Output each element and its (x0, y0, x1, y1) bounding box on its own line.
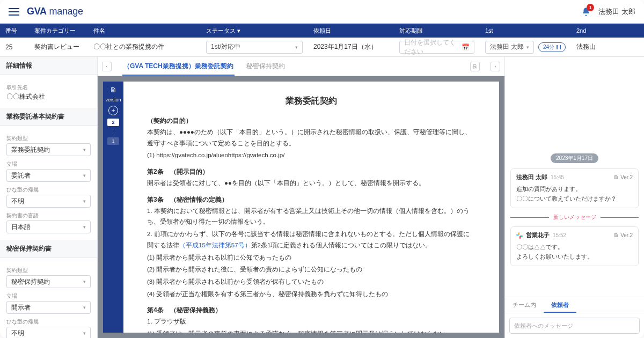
current-user[interactable]: 法務田 太郎 (598, 7, 635, 17)
contract-type-select-1[interactable]: 業務委託契約▾ (6, 143, 91, 156)
msg-version: 🗎Ver.2 (613, 232, 633, 238)
tab-next-icon[interactable]: › (491, 62, 500, 71)
chat-input[interactable]: 依頼者へのメッセージ (509, 318, 640, 334)
doc-para: 2. 前項にかかわらず、以下の各号に該当する情報は秘密情報に含まれないものとする… (147, 229, 475, 251)
detail-title: 詳細情報 (0, 57, 97, 75)
position-select-1[interactable]: 委託者▾ (6, 169, 91, 182)
doc-para: (2) 開示者から開示された後に、受領者の責めによらずに公知になったもの (147, 264, 475, 275)
notif-badge: 1 (587, 4, 594, 11)
col-due: 対応期限 (394, 27, 480, 35)
svg-rect-3 (519, 236, 521, 239)
contract-type-select-2[interactable]: 秘密保持契約▾ (6, 275, 91, 288)
chat-tabs: チーム内 依頼者 (505, 297, 644, 313)
version-2[interactable]: 2 (107, 119, 119, 126)
col-request: 依頼日 (308, 27, 394, 35)
download-icon[interactable]: ⎘ (470, 62, 480, 71)
template-select-1[interactable]: 不明▾ (6, 195, 91, 208)
doc-title: 業務委託契約 (147, 95, 475, 107)
document-icon: 🗎 (110, 86, 117, 94)
chat-tab-team[interactable]: チーム内 (505, 297, 544, 313)
document-tabs: ‹ （GVA TECH業務提携）業務委託契約 秘密保持契約 ⎘ › (98, 57, 504, 76)
svg-rect-2 (518, 232, 519, 235)
field-template-label: ひな型の帰属 (6, 186, 91, 194)
field-lang-label: 契約書の言語 (6, 212, 91, 219)
section1-title: 業務委託基本契約書 (0, 108, 97, 126)
tab-doc-2[interactable]: 秘密保持契約 (245, 62, 286, 71)
template-select-2[interactable]: 不明▾ (6, 327, 91, 338)
doc-para: 1. ブラウザ版 (147, 316, 475, 327)
field-template-label-2: ひな型の帰属 (6, 318, 91, 326)
doc-heading: （契約の目的） (147, 116, 475, 126)
col-category: 案件カテゴリー (29, 27, 88, 35)
msg-body: 追加の質問があります。 〇〇について教えていただけますか？ (516, 185, 633, 203)
cell-name: 〇〇社との業務提携の件 (88, 42, 201, 52)
tab-prev-icon[interactable]: ‹ (102, 62, 112, 71)
add-version-button[interactable]: + (108, 106, 118, 115)
center-pane: ‹ （GVA TECH業務提携）業務委託契約 秘密保持契約 ⎘ › 🗎 vers… (98, 57, 504, 338)
app-window: GVA manage 1 法務田 太郎 番号 案件カテゴリー 件名 ステータス … (0, 0, 644, 338)
msg-author: 営業花子 (526, 231, 550, 239)
doc-heading: 第2条 （開示目的） (147, 167, 475, 177)
cell-category: 契約書レビュー (29, 42, 88, 52)
version-label: version (105, 97, 121, 102)
cell-second: 法務山 (571, 42, 644, 52)
partner-value: 〇〇株式会社 (6, 92, 91, 101)
doc-para: (1) 受領者は、開示者の事前の書面による承諾なく、秘密情報を第三者に開示又は漏… (147, 328, 475, 333)
msg-time: 15:52 (553, 232, 566, 238)
cell-number: 25 (0, 43, 29, 51)
col-status[interactable]: ステータス ▾ (201, 27, 308, 35)
version-1[interactable]: 1 (107, 137, 119, 145)
version-rail: 🗎 version + 2 ┊ 1 (103, 82, 123, 333)
right-sidebar: 2023年1月17日 法務田 太郎 15:45 🗎Ver.2 追加の質問がありま… (504, 57, 644, 338)
brand-logo: GVA manage (27, 6, 83, 17)
new-message-divider: 新しいメッセージ (510, 214, 639, 221)
chat-message[interactable]: 法務田 太郎 15:45 🗎Ver.2 追加の質問があります。 〇〇について教え… (510, 168, 639, 208)
section2-title: 秘密保持契約書 (0, 240, 97, 258)
bell-icon[interactable]: 1 (581, 7, 591, 17)
doc-heading: 第3条 （秘密情報の定義） (147, 195, 475, 204)
slack-icon (516, 232, 523, 239)
pause-icon (557, 45, 561, 49)
menu-icon[interactable] (9, 8, 19, 16)
msg-time: 15:45 (551, 174, 564, 180)
field-type-label: 契約類型 (6, 135, 91, 142)
lang-select-1[interactable]: 日本語▾ (6, 221, 91, 233)
field-position-label: 立場 (6, 160, 91, 168)
due-date-picker[interactable]: 日付を選択してください📅 (399, 41, 474, 54)
doc-para: 1. 本契約において秘密情報とは、開示者が有する営業上又は技術上その他一切の情報… (147, 205, 475, 227)
doc-para: (4) 受領者が正当な権限を有する第三者から、秘密保持義務を負わずに知得したもの (147, 289, 475, 300)
doc-para: 開示者は受領者に対して、●●を目的（以下「本目的」という。）として、秘密情報を開… (147, 178, 475, 189)
doc-heading: 第4条 （秘密保持義務） (147, 306, 475, 315)
msg-version: 🗎Ver.2 (613, 174, 633, 180)
doc-para: (3) 開示者から開示される以前から受領者が保有していたもの (147, 276, 475, 288)
field-position-label-2: 立場 (6, 292, 91, 300)
document-viewer[interactable]: 業務委託契約 （契約の目的） 本契約は、●●●●のため（以下「本目的」という。）… (123, 82, 499, 333)
col-name: 件名 (88, 27, 201, 35)
timer-chip[interactable]: 24分 (538, 42, 566, 52)
field-type-label-2: 契約類型 (6, 267, 91, 274)
doc-para: (1) https://gvatech.co.jp/alueohttps://g… (147, 150, 475, 161)
col-first: 1st (480, 27, 571, 34)
col-second: 2nd (571, 27, 644, 34)
tab-doc-1[interactable]: （GVA TECH業務提携）業務委託契約 (122, 62, 235, 76)
status-select[interactable]: 1st/対応中▾ (206, 41, 303, 54)
position-select-2[interactable]: 開示者▾ (6, 301, 91, 314)
partner-label: 取引先名 (6, 84, 91, 91)
left-sidebar: 詳細情報 取引先名 〇〇株式会社 業務委託基本契約書 契約類型 業務委託契約▾ … (0, 57, 98, 338)
file-icon: 🗎 (613, 232, 619, 238)
msg-author: 法務田 太郎 (516, 173, 547, 181)
doc-link[interactable]: （平成15年法律第57号） (179, 242, 251, 248)
case-row[interactable]: 25 契約書レビュー 〇〇社との業務提携の件 1st/対応中▾ 2023年1月1… (0, 38, 644, 57)
msg-body: 〇〇は△△です。 よろしくお願いいたします。 (516, 243, 633, 261)
chat-tab-requester[interactable]: 依頼者 (544, 297, 576, 313)
calendar-icon: 📅 (462, 43, 470, 51)
file-icon: 🗎 (613, 174, 619, 180)
doc-para: (1) 開示者から開示される以前に公知であったもの (147, 252, 475, 263)
version-dots: ┊ (112, 129, 115, 134)
chat-message[interactable]: 営業花子 15:52 🗎Ver.2 〇〇は△△です。 よろしくお願いいたします。 (510, 226, 639, 266)
col-number: 番号 (0, 27, 29, 35)
chat-date-pill: 2023年1月17日 (551, 153, 598, 163)
column-header-row: 番号 案件カテゴリー 件名 ステータス ▾ 依頼日 対応期限 1st 2nd (0, 24, 644, 38)
first-assignee-select[interactable]: 法務田 太郎▾ (485, 41, 534, 54)
doc-para: 本契約は、●●●●のため（以下「本目的」という。）に開示された秘密情報の取扱い、… (147, 127, 475, 149)
